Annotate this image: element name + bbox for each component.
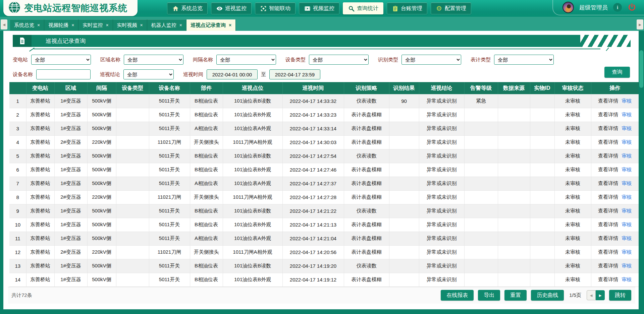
view-detail-link[interactable]: 查看详情 <box>598 98 618 104</box>
footer-button-在线报表[interactable]: 在线报表 <box>441 290 474 301</box>
table-cell: 2022-04-17 14:20:56 <box>282 245 344 259</box>
page-indicator: 1/5页 <box>569 292 581 299</box>
table-row: 7东善桥站1#变压器500kV侧5011开关A相油位表101油位表A外观2022… <box>9 177 639 190</box>
audit-link[interactable]: 审核 <box>622 180 632 186</box>
nav-ledger-button[interactable]: 台账管理 <box>387 2 427 14</box>
tab-巡视点记录查询[interactable]: 巡视点记录查询× <box>186 19 236 31</box>
user-name: 超级管理员 <box>579 4 608 11</box>
nav-query-button[interactable]: 查询统计 <box>343 2 383 14</box>
col-header: 识别策略 <box>344 82 389 94</box>
audit-link[interactable]: 审核 <box>622 167 632 172</box>
audit-link[interactable]: 审核 <box>622 194 632 200</box>
table-cell <box>498 135 530 149</box>
table-cell: 异常或未识别 <box>419 232 464 245</box>
tab-scroll-right-icon[interactable]: ▶ <box>637 19 643 29</box>
table-cell: 1#变压器 <box>54 149 87 163</box>
table-cell: 开关侧接头 <box>190 245 223 259</box>
audit-link[interactable]: 审核 <box>622 153 632 159</box>
tab-视频轮播[interactable]: 视频轮播× <box>44 19 78 31</box>
tab-实时视频[interactable]: 实时视频× <box>113 19 147 31</box>
table-cell: 2022-04-17 14:21:13 <box>282 218 344 232</box>
tab-close-icon[interactable]: × <box>229 23 231 27</box>
nav-patrol-button[interactable]: 巡视监控 <box>211 2 252 14</box>
view-detail-link[interactable]: 查看详情 <box>598 167 618 172</box>
view-detail-link[interactable]: 查看详情 <box>598 194 618 200</box>
tab-close-icon[interactable]: × <box>106 23 108 27</box>
table-cell: 5011开关 <box>149 259 190 273</box>
view-detail-link[interactable]: 查看详情 <box>598 112 618 117</box>
view-detail-link[interactable]: 查看详情 <box>598 235 618 241</box>
power-icon[interactable] <box>627 3 637 12</box>
audit-link[interactable]: 审核 <box>622 98 632 104</box>
view-detail-link[interactable]: 查看详情 <box>598 125 618 131</box>
table-cell: 2022-04-17 14:27:54 <box>282 149 344 163</box>
tab-close-icon[interactable]: × <box>71 23 74 27</box>
gear-icon: ⚙ <box>436 5 442 12</box>
scrollbar-thumb[interactable] <box>639 50 643 88</box>
audit-link[interactable]: 审核 <box>622 139 632 145</box>
col-header: 告警等级 <box>464 82 498 94</box>
station-select[interactable]: 全部 <box>31 55 91 65</box>
next-page-icon[interactable]: ▶ <box>596 290 605 300</box>
query-button[interactable]: 查询 <box>604 67 630 78</box>
view-detail-link[interactable]: 查看详情 <box>598 276 618 282</box>
patrol-time-start-input[interactable] <box>207 69 258 79</box>
audit-link[interactable]: 审核 <box>622 112 632 117</box>
table-cell: 1#变压器 <box>54 232 87 245</box>
audit-link[interactable]: 审核 <box>622 222 632 227</box>
tab-close-icon[interactable]: × <box>179 23 182 27</box>
nav-label: 巡视监控 <box>225 5 247 12</box>
view-detail-link[interactable]: 查看详情 <box>598 222 618 227</box>
recognition-type-select[interactable]: 全部 <box>401 55 461 65</box>
table-cell: 2022-04-17 14:33:32 <box>282 94 344 108</box>
footer-button-导出[interactable]: 导出 <box>478 290 500 301</box>
audit-link[interactable]: 审核 <box>622 249 632 255</box>
table-cell: 未审核 <box>554 135 591 149</box>
tab-系统总览[interactable]: 系统总览× <box>10 19 44 31</box>
tab-实时监控[interactable]: 实时监控× <box>78 19 113 31</box>
meter-type-select[interactable]: 全部 <box>494 55 554 65</box>
table-cell: 101油位表B读数 <box>223 149 282 163</box>
view-detail-link[interactable]: 查看详情 <box>598 139 618 145</box>
tab-close-icon[interactable]: × <box>37 23 40 27</box>
audit-link[interactable]: 审核 <box>622 125 632 131</box>
prev-page-icon[interactable]: ◀ <box>587 290 596 300</box>
table-cell: B相油位表 <box>190 149 223 163</box>
table-cell <box>530 259 554 273</box>
nav-video-button[interactable]: 视频监控 <box>299 2 339 14</box>
table-cell <box>389 245 419 259</box>
tab-scroll-left-icon[interactable]: ◀ <box>1 19 7 29</box>
patrol-time-end-input[interactable] <box>269 69 320 79</box>
table-cell: 东善桥站 <box>26 163 54 177</box>
tab-机器人监控[interactable]: 机器人监控× <box>147 19 186 31</box>
bay-name-select[interactable]: 全部 <box>216 55 276 65</box>
device-name-input[interactable] <box>36 69 91 79</box>
nav-config-button[interactable]: ⚙配置管理 <box>431 2 471 14</box>
jump-button[interactable]: 跳转 <box>609 290 631 301</box>
tab-close-icon[interactable]: × <box>140 23 143 27</box>
device-type-select[interactable]: 全部 <box>309 55 369 65</box>
nav-overview-button[interactable]: 系统总览 <box>167 2 208 14</box>
table-cell: 异常或未识别 <box>419 94 464 108</box>
table-cell: 9 <box>9 204 26 218</box>
view-detail-link[interactable]: 查看详情 <box>598 180 618 186</box>
info-icon[interactable]: i <box>613 3 622 12</box>
audit-link[interactable]: 审核 <box>622 235 632 241</box>
footer-button-重置[interactable]: 重置 <box>504 290 527 301</box>
col-header: 审核状态 <box>554 82 591 94</box>
nav-linkage-button[interactable]: 智能联动 <box>255 2 296 14</box>
patrol-conclusion-select[interactable]: 全部 <box>123 69 174 79</box>
view-detail-link[interactable]: 查看详情 <box>598 153 618 159</box>
view-detail-link[interactable]: 查看详情 <box>598 208 618 213</box>
table-cell <box>498 108 530 122</box>
view-detail-link[interactable]: 查看详情 <box>598 263 618 268</box>
footer-button-历史曲线[interactable]: 历史曲线 <box>531 290 564 301</box>
table-row: 9东善桥站1#变压器500kV侧5011开关B相油位表101油位表B读数2022… <box>9 204 639 218</box>
avatar[interactable] <box>562 2 574 13</box>
audit-link[interactable]: 审核 <box>622 276 632 282</box>
audit-link[interactable]: 审核 <box>622 208 632 213</box>
table-cell <box>389 273 419 287</box>
area-name-select[interactable]: 全部 <box>124 55 183 65</box>
view-detail-link[interactable]: 查看详情 <box>598 249 618 255</box>
audit-link[interactable]: 审核 <box>622 263 632 268</box>
